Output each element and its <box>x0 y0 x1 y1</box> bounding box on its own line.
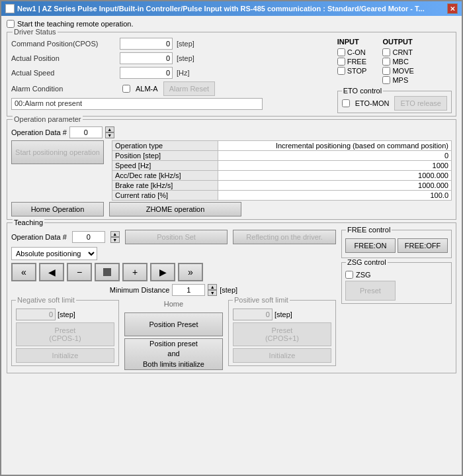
free-off-button[interactable]: FREE:OFF <box>398 238 448 253</box>
start-positioning-button[interactable]: Start positioning operation <box>11 140 104 164</box>
eto-release-button[interactable]: ETO release <box>394 96 447 111</box>
min-dist-spin-up[interactable]: ▲ <box>208 284 217 290</box>
right-controls: FREE control FREE:ON FREE:OFF ZSG contro… <box>341 230 452 370</box>
jog-fwd-button[interactable]: ▶ <box>150 263 175 281</box>
op-speed-key: Speed [Hz] <box>112 161 218 171</box>
zsg-checkbox-label: ZSG <box>356 271 371 279</box>
input-title: INPUT <box>337 38 367 46</box>
zsg-checkbox[interactable] <box>345 271 353 279</box>
pos-limit-input[interactable] <box>233 309 273 320</box>
actual-speed-row: Actual Speed [Hz] <box>11 67 329 79</box>
jog-fast-fwd-button[interactable]: » <box>178 263 203 281</box>
op-current-value: 100.0 <box>218 191 452 201</box>
home-operation-button[interactable]: Home Operation <box>11 202 104 216</box>
alarm-reset-button[interactable]: Alarm Reset <box>163 81 216 96</box>
min-dist-input[interactable] <box>172 284 205 296</box>
free-on-button[interactable]: FREE:ON <box>345 238 396 253</box>
actual-position-input[interactable] <box>120 52 173 64</box>
close-button[interactable]: ✕ <box>447 3 458 14</box>
eto-control-label: ETO control <box>342 87 384 95</box>
free-label: FREE <box>347 58 366 66</box>
teaching-label: Teaching <box>13 218 44 226</box>
pos-preset-button[interactable]: Position Preset <box>124 312 223 336</box>
op-data-spin-down[interactable]: ▼ <box>105 132 114 138</box>
actual-speed-input[interactable] <box>120 67 173 79</box>
neg-preset-button[interactable]: Preset(CPOS-1) <box>16 322 114 346</box>
limits-row: Negative soft limit [step] Preset(CPOS-1… <box>11 300 336 370</box>
neg-limit-label: Negative soft limit <box>16 296 76 304</box>
input-column: INPUT C-ON FREE STOP <box>337 38 367 84</box>
op-type-value: Incremental positioning (based on comman… <box>218 141 452 151</box>
window-title: New1 | AZ Series Pulse Input/Built-in Co… <box>17 5 425 13</box>
home-row: Home Operation ZHOME operation <box>11 202 452 216</box>
eto-row: ETO-MON ETO release <box>342 96 447 111</box>
operation-param-label: Operation parameter <box>13 115 83 123</box>
c-on-label: C-ON <box>347 48 366 56</box>
io-area: INPUT C-ON FREE STOP <box>337 38 452 113</box>
teaching-data-num-input[interactable] <box>72 231 105 243</box>
title-bar-left: N New1 | AZ Series Pulse Input/Built-in … <box>5 4 425 13</box>
zhome-operation-button[interactable]: ZHOME operation <box>109 202 241 216</box>
jog-stop-button[interactable] <box>95 263 120 281</box>
teaching-remote-checkbox[interactable] <box>7 20 15 28</box>
min-dist-spin-down[interactable]: ▼ <box>208 290 217 296</box>
neg-init-button[interactable]: Initialize <box>16 348 114 363</box>
move-checkbox[interactable] <box>382 67 390 75</box>
jog-plus-button[interactable]: + <box>122 263 147 281</box>
op-data-spin-up[interactable]: ▲ <box>105 126 114 132</box>
pos-preset-cpos-button[interactable]: Preset(CPOS+1) <box>233 322 331 346</box>
pos-limit-box: Positive soft limit [step] Preset(CPOS+1… <box>228 300 336 366</box>
stop-label: STOP <box>347 67 367 75</box>
teaching-data-num-label: Operation Data # <box>11 233 67 241</box>
mbc-checkbox[interactable] <box>382 58 390 66</box>
command-position-row: Command Position(CPOS) [step] <box>11 38 329 50</box>
neg-limit-val-row: [step] <box>16 309 114 320</box>
crnt-checkbox[interactable] <box>382 48 390 56</box>
alm-a-label: ALM-A <box>136 85 158 93</box>
table-row: Operation type Incremental positioning (… <box>112 141 452 151</box>
teaching-data-spin-up[interactable]: ▲ <box>110 231 120 237</box>
neg-limit-unit: [step] <box>58 310 75 318</box>
op-speed-value: 1000 <box>218 161 452 171</box>
op-brake-value: 1000.000 <box>218 181 452 191</box>
pos-limit-val-row: [step] <box>233 309 331 320</box>
input-free: FREE <box>337 58 367 66</box>
actual-position-unit: [step] <box>177 54 194 62</box>
neg-limit-box: Negative soft limit [step] Preset(CPOS-1… <box>11 300 119 366</box>
eto-mon-checkbox[interactable] <box>342 99 350 107</box>
mps-checkbox[interactable] <box>382 76 390 84</box>
op-data-num-input[interactable] <box>69 126 103 138</box>
output-title: OUTPUT <box>382 38 413 46</box>
table-row: Current ratio [%] 100.0 <box>112 191 452 201</box>
pos-preset-both-button[interactable]: Position presetandBoth limits initialize <box>124 338 223 370</box>
op-acc-key: Acc/Dec rate [kHz/s] <box>112 171 218 181</box>
reflecting-driver-button[interactable]: Reflecting on the driver. <box>233 230 336 244</box>
teaching-data-spin-down[interactable]: ▼ <box>110 237 120 243</box>
pos-limit-label: Positive soft limit <box>233 296 290 304</box>
free-checkbox[interactable] <box>337 58 345 66</box>
positioning-select[interactable]: Absolute positioning <box>11 247 97 260</box>
pos-init-button[interactable]: Initialize <box>233 348 331 363</box>
teaching-main: Operation Data # ▲ ▼ Position Set Reflec… <box>11 230 336 370</box>
c-on-checkbox[interactable] <box>337 48 345 56</box>
output-move: MOVE <box>382 67 413 75</box>
jog-minus-button[interactable]: − <box>67 263 92 281</box>
min-dist-label: Minimum Distance <box>110 286 169 294</box>
jog-fast-rev-button[interactable]: « <box>11 263 36 281</box>
position-set-button[interactable]: Position Set <box>125 230 228 244</box>
op-brake-key: Brake rate [kHz/s] <box>112 181 218 191</box>
stop-checkbox[interactable] <box>337 67 345 75</box>
alarm-status-row: 00:Alarm not present <box>11 98 329 110</box>
table-row: Acc/Dec rate [kHz/s] 1000.000 <box>112 171 452 181</box>
command-position-input[interactable] <box>120 38 173 50</box>
title-bar: N New1 | AZ Series Pulse Input/Built-in … <box>1 1 462 16</box>
positioning-select-row: Absolute positioning <box>11 247 336 260</box>
zsg-preset-button[interactable]: Preset <box>345 281 396 301</box>
neg-limit-input[interactable] <box>16 309 56 320</box>
min-dist-unit: [step] <box>220 286 237 294</box>
jog-rev-button[interactable]: ◀ <box>39 263 64 281</box>
actual-speed-unit: [Hz] <box>177 69 190 77</box>
table-row: Brake rate [kHz/s] 1000.000 <box>112 181 452 191</box>
teaching-content: Operation Data # ▲ ▼ Position Set Reflec… <box>11 230 452 370</box>
alm-a-checkbox[interactable] <box>122 85 130 93</box>
